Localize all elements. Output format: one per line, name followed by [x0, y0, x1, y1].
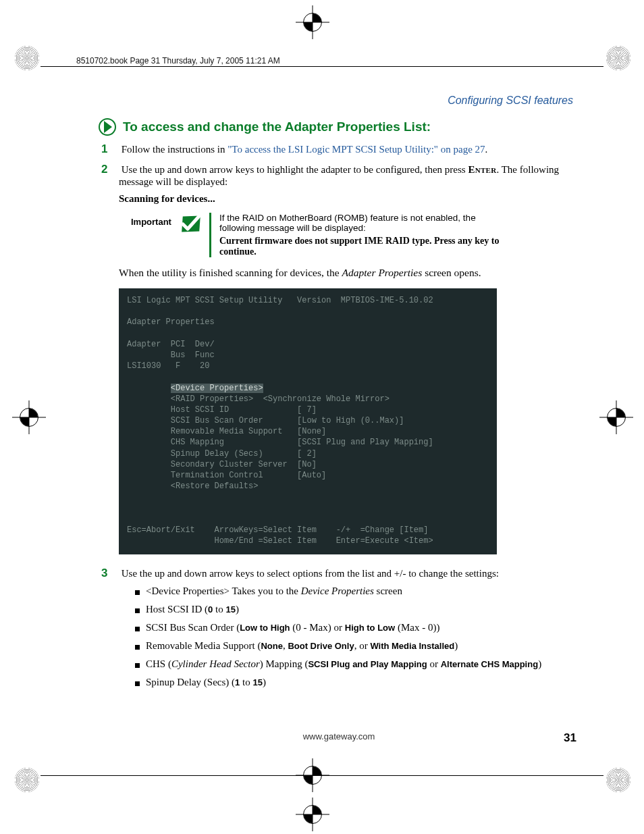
cross-ref-link[interactable]: "To access the LSI Logic MPT SCSI Setup …	[227, 144, 485, 155]
li-text: or	[427, 658, 441, 669]
li-text: CHS (	[146, 658, 171, 669]
page: 8510702.book Page 31 Thursday, July 7, 2…	[0, 0, 644, 834]
li-value: High to Low	[345, 623, 395, 633]
steps-list: 1 Follow the instructions in "To access …	[119, 142, 576, 688]
step-1-text-b: .	[485, 144, 488, 155]
term-footer: Home/End =Select Item Enter=Execute <Ite…	[127, 536, 433, 546]
li-value: Alternate CHS Mapping	[441, 659, 538, 669]
term-section: Adapter Properties	[127, 317, 215, 327]
important-label: Important	[131, 217, 171, 227]
page-number: 31	[564, 731, 576, 745]
running-header: 8510702.book Page 31 Thursday, July 7, 2…	[76, 56, 280, 66]
term-row: Termination Control [Auto]	[171, 471, 326, 480]
step-1-text-a: Follow the instructions in	[122, 144, 228, 155]
terminal-screenshot: LSI Logic MPT SCSI Setup Utility Version…	[119, 288, 497, 554]
important-body: If the RAID on MotherBoard (ROMB) featur…	[219, 213, 503, 257]
registration-mark-icon	[606, 46, 630, 70]
scanning-message: Scanning for devices...	[119, 193, 576, 205]
term-title: LSI Logic MPT SCSI Setup Utility Version…	[127, 296, 433, 305]
registration-mark-icon	[15, 768, 39, 792]
crop-target-icon	[297, 7, 328, 38]
list-item: CHS (Cylinder Head Sector) Mapping (SCSI…	[135, 658, 576, 670]
li-text: to	[213, 604, 225, 615]
li-text: )	[454, 640, 458, 651]
rule-top	[41, 66, 603, 67]
li-text: Spinup Delay (Secs) (	[146, 677, 235, 687]
li-text: (0 - Max) or	[290, 622, 345, 633]
content-area: To access and change the Adapter Propert…	[101, 118, 576, 695]
footer-url: www.gateway.com	[303, 731, 375, 741]
li-value: With Media Installed	[370, 641, 454, 651]
li-value: 15	[252, 677, 262, 687]
options-list: <Device Properties> Takes you to the Dev…	[135, 585, 576, 688]
step-3: 3 Use the up and down arrow keys to sele…	[119, 567, 576, 688]
list-item: SCSI Bus Scan Order (Low to High (0 - Ma…	[135, 622, 576, 633]
list-item: Host SCSI ID (0 to 15)	[135, 604, 576, 615]
li-text: Removable Media Support (	[146, 640, 261, 651]
li-value: 15	[226, 604, 236, 615]
li-text: )	[236, 604, 239, 615]
after-scan-a: When the utility is finished scanning fo…	[119, 267, 342, 278]
li-text: )	[263, 677, 266, 687]
li-text: )	[538, 658, 541, 669]
li-text: SCSI Bus Scan Order (	[146, 622, 240, 633]
term-row: Spinup Delay (Secs) [ 2]	[171, 449, 317, 459]
crop-target-icon	[601, 402, 632, 433]
rule-bottom	[41, 775, 603, 776]
step-2: 2 Use the up and down arrow keys to high…	[119, 163, 576, 554]
li-em: Cylinder Head Sector	[171, 658, 260, 669]
li-text: ) Mapping (	[260, 658, 308, 669]
li-text: screen	[374, 585, 402, 596]
after-scan-text: When the utility is finished scanning fo…	[119, 267, 576, 279]
step-number: 2	[101, 163, 119, 176]
keycap-enter: Enter	[468, 164, 496, 175]
li-text: (Max - 0))	[395, 622, 439, 633]
step-2-text-a: Use the up and down arrow keys to highli…	[122, 164, 468, 175]
term-row: <RAID Properties> <Synchronize Whole Mir…	[171, 394, 390, 404]
li-value: Boot Drive Only	[288, 641, 354, 651]
li-text: to	[240, 677, 252, 687]
li-text: , or	[354, 640, 371, 651]
important-text-body: If the RAID on MotherBoard (ROMB) featur…	[219, 213, 476, 233]
term-row: Host SCSI ID [ 7]	[171, 405, 317, 415]
step-number: 3	[101, 567, 119, 580]
checkmark-icon	[180, 214, 201, 233]
important-emphasis: Current firmware does not support IME RA…	[219, 236, 503, 257]
term-row: Removable Media Support [None]	[171, 427, 326, 436]
important-callout: Important If the RAID on MotherBoard (RO…	[131, 213, 576, 257]
step-1: 1 Follow the instructions in "To access …	[119, 142, 576, 156]
li-value: Low to High	[240, 623, 290, 633]
section-title: Configuring SCSI features	[448, 95, 573, 107]
after-scan-b: screen opens.	[422, 267, 481, 278]
crop-target-icon	[297, 799, 328, 830]
registration-mark-icon	[15, 46, 39, 70]
procedure-heading: To access and change the Adapter Propert…	[101, 118, 576, 136]
term-footer: Esc=Abort/Exit ArrowKeys=Select Item -/+…	[127, 525, 428, 535]
page-footer: www.gateway.com 31	[101, 731, 576, 745]
crop-target-icon	[14, 402, 45, 433]
term-row: Secondary Cluster Server [No]	[171, 460, 317, 469]
play-icon	[99, 118, 116, 136]
li-em: Device Properties	[301, 585, 374, 596]
li-value: None	[261, 641, 283, 651]
term-highlight: <Device Properties>	[171, 384, 263, 393]
list-item: <Device Properties> Takes you to the Dev…	[135, 585, 576, 597]
li-text: Host SCSI ID (	[146, 604, 208, 615]
li-text: <Device Properties> Takes you to the	[146, 585, 301, 596]
term-header: Adapter PCI Dev/ Bus Func LSI1030 F 20	[127, 340, 215, 371]
heading-text: To access and change the Adapter Propert…	[123, 120, 431, 134]
after-scan-em: Adapter Properties	[342, 267, 423, 278]
term-row: SCSI Bus Scan Order [Low to High (0..Max…	[171, 416, 404, 425]
li-value: SCSI Plug and Play Mapping	[308, 659, 427, 669]
term-row: <Restore Defaults>	[171, 481, 259, 491]
registration-mark-icon	[606, 768, 630, 792]
callout-rule	[209, 213, 211, 257]
list-item: Removable Media Support (None, Boot Driv…	[135, 640, 576, 652]
list-item: Spinup Delay (Secs) (1 to 15)	[135, 677, 576, 688]
step-3-text: Use the up and down arrow keys to select…	[122, 568, 499, 579]
term-row: CHS Mapping [SCSI Plug and Play Mapping]	[171, 438, 433, 447]
step-number: 1	[101, 142, 119, 156]
